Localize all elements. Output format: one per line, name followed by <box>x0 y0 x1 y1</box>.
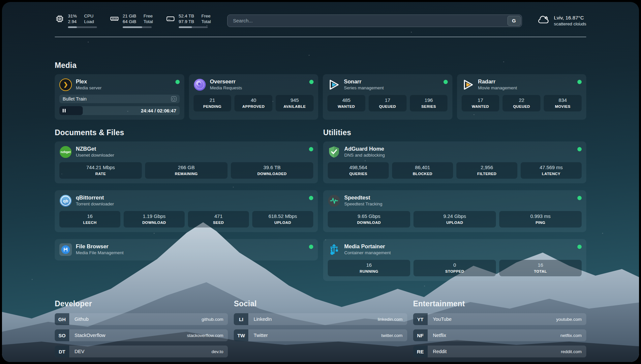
app-card-overseerr[interactable]: Overseerr Media Requests 21PENDING 40APP… <box>189 74 319 120</box>
bookmark-title-entertainment: Entertainment <box>413 299 586 308</box>
bookmark-name: YouTube <box>428 317 452 322</box>
status-dot <box>577 80 582 84</box>
status-dot <box>309 245 313 249</box>
stat-available: 945AVAILABLE <box>276 95 314 111</box>
app-name-radarr: Radarr <box>478 78 517 85</box>
app-card-radarr[interactable]: Radarr Movie management 17WANTED 22QUEUE… <box>457 74 587 120</box>
app-card-filebrowser[interactable]: File Browser Media File Management <box>55 239 318 260</box>
section-utilities: Utilities <box>323 128 586 281</box>
stat-pending: 21PENDING <box>194 95 231 111</box>
memory-label-bottom: Total <box>143 19 153 24</box>
app-card-speedtest[interactable]: Speedtest Speedtest Tracking 9.65 GbpsDO… <box>323 190 586 232</box>
bookmark-url: linkedin.com <box>378 317 407 322</box>
bookmark-name: Netflix <box>428 333 446 338</box>
app-name-overseerr: Overseerr <box>210 78 242 85</box>
section-title-utilities: Utilities <box>323 128 586 137</box>
stat-upload: 9.24 GbpsUPLOAD <box>413 211 496 228</box>
weather-widget[interactable]: Lviv, 16.87°C scattered clouds <box>537 15 586 27</box>
cpu-label-top: CPU <box>84 13 94 19</box>
status-dot <box>309 80 314 84</box>
section-documents: Documents & Files nzbget NZBGet Usenet d… <box>55 128 318 281</box>
app-card-nzbget[interactable]: nzbget NZBGet Usenet downloader 744.21 M… <box>55 141 318 183</box>
app-card-portainer[interactable]: Media Portainer Container management 16R… <box>323 239 586 281</box>
disk-icon <box>166 14 175 24</box>
header-separator <box>55 37 586 37</box>
status-dot <box>577 196 582 200</box>
bookmark-netflix[interactable]: NF Netflix netflix.com <box>413 329 586 341</box>
bookmark-abbr: YT <box>413 313 428 325</box>
search-input[interactable] <box>227 15 522 27</box>
cpu-label-bottom: Load <box>84 19 94 24</box>
bookmark-twitter[interactable]: TW Twitter twitter.com <box>234 329 407 341</box>
status-dot <box>577 147 582 151</box>
app-name-nzbget: NZBGet <box>76 145 114 152</box>
status-dot <box>309 196 313 200</box>
app-name-adguard: AdGuard Home <box>344 145 385 152</box>
memory-stat: 21 GiB 64 GiB Free Total <box>109 13 153 28</box>
status-dot <box>577 245 582 249</box>
stat-queries: 498,564QUERIES <box>328 162 389 179</box>
stat-total: 16TOTAL <box>499 260 582 276</box>
app-card-qbittorrent[interactable]: qb qBittorrent Torrent downloader 16LEEC… <box>55 190 318 232</box>
now-playing-title-row: Bullet Train <box>59 95 180 103</box>
disk-free-value: 52.4 TB <box>179 13 194 19</box>
now-playing-progress[interactable]: 24:44 / 02:06:47 <box>59 106 180 115</box>
stat-blocked: 86,401BLOCKED <box>392 162 453 179</box>
progress-elapsed <box>59 106 83 115</box>
section-media: Media ❯ Plex Media server Bullet Train <box>55 61 586 120</box>
search-engine-button[interactable]: G <box>507 16 521 26</box>
stat-running: 16RUNNING <box>328 260 410 276</box>
stat-download: 9.65 GbpsDOWNLOAD <box>328 211 410 228</box>
disk-progress-bar <box>179 26 208 28</box>
bookmark-reddit[interactable]: RE Reddit reddit.com <box>413 346 586 357</box>
cpu-load-value: 2.94 <box>68 19 77 24</box>
speedtest-icon <box>328 195 340 207</box>
stat-leech: 16LEECH <box>59 211 120 228</box>
bookmark-name: Reddit <box>428 349 447 354</box>
session-icon <box>171 96 176 102</box>
bookmark-youtube[interactable]: YT YouTube youtube.com <box>413 313 586 325</box>
app-subtitle-speedtest: Speedtest Tracking <box>344 201 382 207</box>
stat-remaining: 266 GBREMAINING <box>145 162 228 179</box>
app-subtitle-qbittorrent: Torrent downloader <box>76 201 114 207</box>
app-subtitle-radarr: Movie management <box>478 85 517 91</box>
stat-stopped: 0STOPPED <box>413 260 496 276</box>
pause-icon[interactable] <box>63 109 66 112</box>
status-dot <box>443 80 448 84</box>
weather-location-temp: Lviv, 16.87°C <box>554 15 586 21</box>
bookmark-linkedin[interactable]: LI LinkedIn linkedin.com <box>234 313 407 325</box>
bookmark-url: github.com <box>201 317 228 322</box>
system-stats: 31% 2.94 CPU Load <box>55 13 211 28</box>
bookmark-url: dev.to <box>212 349 228 354</box>
bookmark-group-entertainment: Entertainment YT YouTube youtube.com NF … <box>413 299 586 357</box>
app-subtitle-adguard: DNS and adblocking <box>344 152 385 158</box>
app-card-plex[interactable]: ❯ Plex Media server Bullet Train <box>55 74 184 120</box>
sonarr-icon <box>327 78 340 91</box>
search-bar: G <box>227 15 522 27</box>
app-subtitle-portainer: Container management <box>344 250 391 256</box>
memory-progress-bar <box>123 26 152 28</box>
bookmark-dev[interactable]: DT DEV dev.to <box>55 346 228 357</box>
disk-label-bottom: Total <box>201 19 211 24</box>
cpu-icon <box>55 14 65 24</box>
bookmark-group-developer: Developer GH Github github.com SO StackO… <box>55 299 228 357</box>
bookmark-url: reddit.com <box>561 349 586 354</box>
bookmark-name: DEV <box>69 349 84 354</box>
stat-queued: 22QUEUED <box>503 95 540 111</box>
bookmark-url: netflix.com <box>560 333 586 338</box>
app-subtitle-overseerr: Media Requests <box>210 85 242 91</box>
stat-series: 196SERIES <box>410 95 448 111</box>
bookmark-url: stackoverflow.com <box>187 333 228 338</box>
svg-text:qb: qb <box>63 198 68 203</box>
memory-total-value: 64 GiB <box>123 19 136 24</box>
disk-total-value: 97.9 TB <box>179 19 194 24</box>
app-card-adguard[interactable]: AdGuard Home DNS and adblocking 498,564Q… <box>323 141 586 183</box>
app-name-plex: Plex <box>76 78 102 85</box>
app-card-sonarr[interactable]: Sonarr Series management 485WANTED 17QUE… <box>323 74 452 120</box>
bookmark-abbr: NF <box>413 329 428 341</box>
bookmark-github[interactable]: GH Github github.com <box>55 313 228 325</box>
bookmark-stackoverflow[interactable]: SO StackOverflow stackoverflow.com <box>55 329 228 341</box>
stat-wanted: 17WANTED <box>462 95 500 111</box>
weather-condition: scattered clouds <box>554 21 586 27</box>
bookmark-abbr: GH <box>55 313 69 325</box>
